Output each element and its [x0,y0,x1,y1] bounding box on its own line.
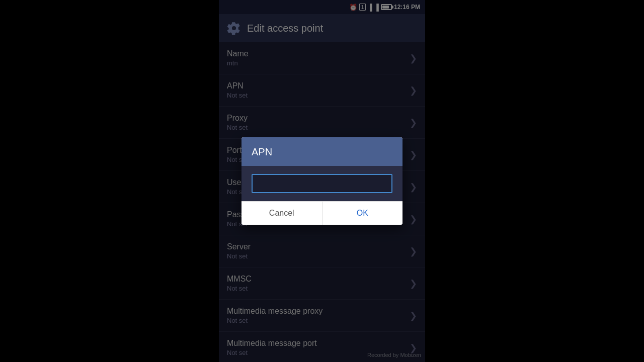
ok-button[interactable]: OK [323,202,403,225]
dialog-title: APN [252,146,272,157]
dialog-overlay: APN Cancel OK [219,0,425,362]
apn-dialog: APN Cancel OK [242,137,403,225]
dialog-body [242,166,403,201]
phone-screen: ⏰ 1 ▐ ▐ 12:16 PM Edit access point Name … [219,0,425,362]
cancel-button[interactable]: Cancel [242,202,323,225]
apn-input[interactable] [252,174,392,193]
dialog-footer: Cancel OK [242,201,403,225]
dialog-header: APN [242,137,403,166]
